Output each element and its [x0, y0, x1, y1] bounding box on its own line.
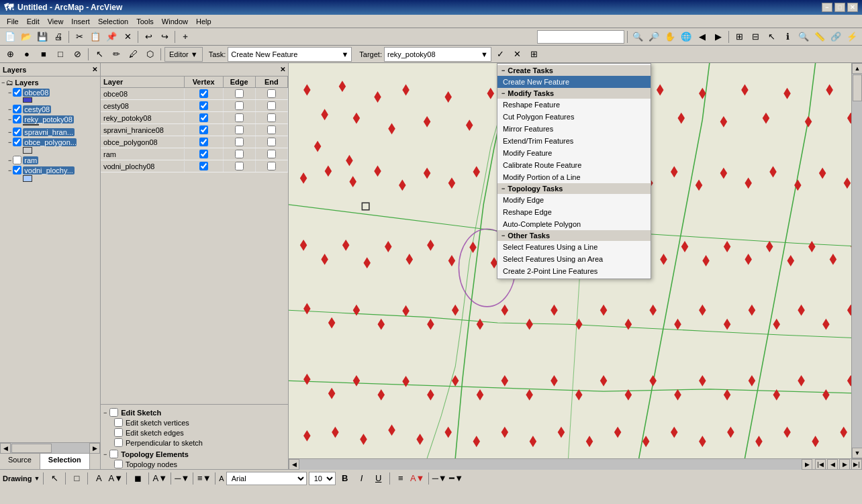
line-weight-btn[interactable]: ≡▼ [197, 471, 211, 486]
maximize-button[interactable]: □ [834, 3, 845, 12]
menu-item-reshape-feature[interactable]: Reshape Feature [497, 99, 651, 111]
hyperlink-button[interactable]: 🔗 [828, 30, 843, 44]
back-button[interactable]: ◀ [695, 30, 710, 44]
topology-elements-cb[interactable] [109, 450, 118, 458]
task-dropdown[interactable]: Create New Feature ▼ [228, 47, 352, 62]
menu-item-autocomplete-polygon[interactable]: Auto-Complete Polygon [497, 218, 651, 230]
new-button[interactable]: 📄 [3, 30, 17, 44]
menu-item-create-2point-line[interactable]: Create 2-Point Line Features [497, 265, 651, 277]
pan-button[interactable]: ✋ [663, 30, 677, 44]
layer-cb-vodni[interactable] [13, 166, 21, 174]
scroll-v-track[interactable] [852, 74, 862, 448]
layer-cb-obce-polygon[interactable] [13, 138, 21, 146]
snap-btn4[interactable]: □ [53, 47, 68, 62]
redo-button[interactable]: ↪ [157, 30, 172, 44]
sketch-button[interactable]: ⊞ [527, 47, 542, 62]
cell-end-6[interactable] [256, 148, 288, 160]
font-select[interactable]: Arial [226, 472, 307, 485]
measure-button[interactable]: 📏 [812, 30, 827, 44]
tab-selection[interactable]: Selection [40, 454, 90, 469]
cell-edge-3[interactable] [224, 112, 256, 123]
layer-cb-ram[interactable] [13, 156, 21, 164]
cell-end-2[interactable] [256, 100, 288, 111]
menu-item-create-new-feature[interactable]: Create New Feature [497, 76, 651, 88]
menu-item-modify-edge[interactable]: Modify Edge [497, 194, 651, 206]
edit-sketch-cb[interactable] [109, 408, 118, 417]
paste-button[interactable]: 📌 [104, 30, 119, 44]
table-row[interactable]: cesty08 [101, 100, 288, 112]
perpendicular-to-sketch[interactable]: Perpendicular to sketch [114, 438, 285, 448]
cell-vertex-6[interactable] [185, 148, 224, 160]
select-button[interactable]: ↖ [764, 30, 779, 44]
draw-text-btn[interactable]: A [91, 471, 106, 486]
menu-item-modify-feature[interactable]: Modify Feature [497, 147, 651, 159]
next-page-button[interactable]: ▶| [851, 459, 862, 470]
full-extent-button[interactable]: ⊞ [732, 30, 747, 44]
edit-sketch-vertices[interactable]: Edit sketch vertices [114, 417, 285, 427]
cell-end-1[interactable] [256, 88, 288, 99]
cell-edge-4[interactable] [224, 124, 256, 136]
menu-selection[interactable]: Selection [94, 16, 132, 27]
table-row[interactable]: ram [101, 148, 288, 160]
zoom-out-button[interactable]: 🔎 [646, 30, 661, 44]
cancel-button[interactable]: ✕ [510, 47, 525, 62]
editor-dropdown-btn[interactable]: Editor ▼ [164, 47, 203, 62]
other-tasks-header[interactable]: − Other Tasks [497, 230, 651, 241]
snap-btn1[interactable]: ⊕ [3, 47, 17, 62]
verify-button[interactable]: ✓ [493, 47, 508, 62]
cut-button[interactable]: ✂ [72, 30, 87, 44]
cell-vertex-1[interactable] [185, 88, 224, 99]
topology-nodes[interactable]: Topology nodes [114, 459, 285, 469]
perp-sketch-cb[interactable] [114, 438, 123, 447]
bold-button[interactable]: B [338, 471, 352, 486]
map-area[interactable]: − Create Tasks Create New Feature − Modi… [289, 63, 862, 458]
color-fill-btn[interactable]: ◼ [130, 471, 145, 486]
cell-end-4[interactable] [256, 124, 288, 136]
add-data-button[interactable]: + [178, 30, 193, 44]
edit-pen-btn[interactable]: 🖊 [126, 47, 140, 62]
draw-shape-btn[interactable]: □ [69, 471, 84, 486]
globe-button[interactable]: 🌐 [679, 30, 693, 44]
target-dropdown[interactable]: reky_potoky08 ▼ [384, 47, 491, 62]
edit-node-btn[interactable]: ⬡ [142, 47, 157, 62]
minimize-button[interactable]: − [822, 3, 832, 12]
menu-item-reshape-edge[interactable]: Reshape Edge [497, 206, 651, 218]
menu-item-modify-portion[interactable]: Modify Portion of a Line [497, 171, 651, 183]
snapping-close-button[interactable]: ✕ [280, 66, 285, 73]
cell-end-5[interactable] [256, 136, 288, 148]
find-button[interactable]: 🔍 [796, 30, 811, 44]
size-select[interactable]: 10 [309, 472, 336, 485]
menu-insert[interactable]: Insert [67, 16, 94, 27]
drawing-arrow[interactable]: ▼ [34, 475, 40, 482]
draw-textbox-btn[interactable]: A▼ [108, 471, 123, 486]
cell-vertex-3[interactable] [185, 112, 224, 123]
cell-edge-7[interactable] [224, 160, 256, 172]
menu-item-calibrate-route[interactable]: Calibrate Route Feature [497, 159, 651, 171]
menu-file[interactable]: File [3, 16, 23, 27]
edit-pencil-btn[interactable]: ✏ [109, 47, 124, 62]
layer-item-reky[interactable]: − reky_potoky08 [8, 114, 99, 124]
prev-page-button[interactable]: ◀ [827, 459, 838, 470]
menu-window[interactable]: Window [158, 16, 192, 27]
menu-help[interactable]: Help [192, 16, 216, 27]
delete-button[interactable]: ✕ [120, 30, 135, 44]
snap-btn2[interactable]: ● [19, 47, 34, 62]
cell-vertex-7[interactable] [185, 160, 224, 172]
layer-item-obce-polygon[interactable]: − obce_polygon... [8, 137, 99, 147]
snap-btn3[interactable]: ■ [36, 47, 51, 62]
layer-cb-spravni[interactable] [13, 128, 21, 136]
menu-item-select-features-area[interactable]: Select Features Using an Area [497, 253, 651, 265]
line-style-btn[interactable]: ─▼ [432, 471, 447, 486]
menu-item-extend-trim[interactable]: Extend/Trim Features [497, 135, 651, 147]
text-color2-btn[interactable]: A▼ [410, 471, 425, 486]
menu-view[interactable]: View [44, 16, 68, 27]
layer-cb-cesty08[interactable] [13, 105, 21, 113]
layers-root[interactable]: − 🗂 Layers [1, 78, 99, 87]
edit-sketch-expand[interactable]: − Edit Sketch [103, 407, 285, 417]
first-page-button[interactable]: |◀ [815, 459, 826, 470]
menu-item-mirror[interactable]: Mirror Features [497, 123, 651, 135]
italic-button[interactable]: I [354, 471, 369, 486]
cell-edge-2[interactable] [224, 100, 256, 111]
layer-cb-reky[interactable] [13, 115, 21, 123]
cell-edge-1[interactable] [224, 88, 256, 99]
